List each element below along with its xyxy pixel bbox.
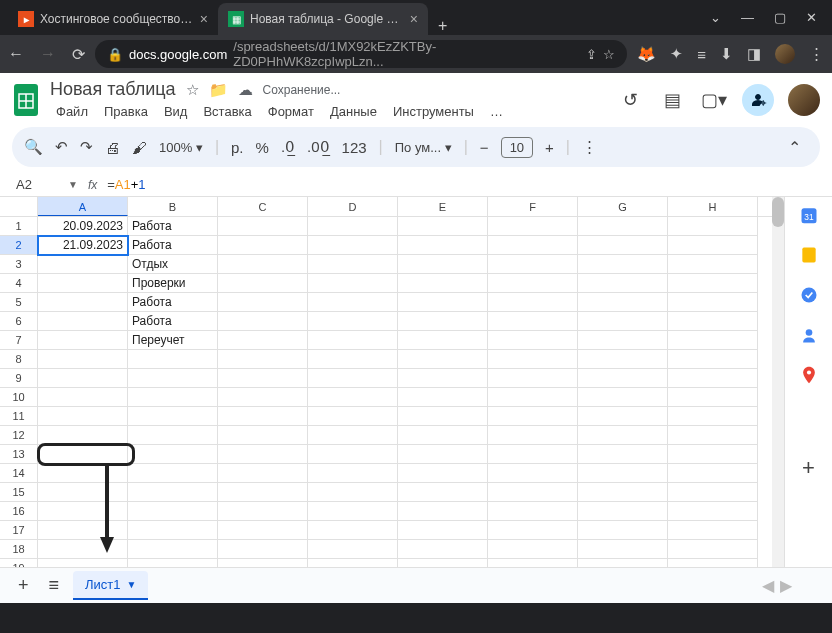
cell[interactable] (218, 502, 308, 521)
row-header[interactable]: 12 (0, 426, 38, 445)
cell[interactable] (218, 274, 308, 293)
cell[interactable] (218, 331, 308, 350)
cell[interactable] (308, 236, 398, 255)
row-header[interactable]: 17 (0, 521, 38, 540)
cell[interactable] (398, 407, 488, 426)
cell[interactable] (218, 407, 308, 426)
cell[interactable] (488, 483, 578, 502)
cell[interactable] (308, 464, 398, 483)
cell[interactable] (668, 426, 758, 445)
cell[interactable] (668, 445, 758, 464)
cell[interactable] (218, 312, 308, 331)
add-sheet-icon[interactable]: + (12, 575, 35, 596)
download-icon[interactable]: ⬇ (720, 45, 733, 63)
vertical-scrollbar[interactable] (772, 197, 784, 567)
cell[interactable] (128, 445, 218, 464)
cell[interactable] (398, 274, 488, 293)
cell[interactable] (218, 559, 308, 567)
cell[interactable] (668, 236, 758, 255)
history-icon[interactable]: ↺ (616, 86, 644, 114)
cell[interactable] (578, 255, 668, 274)
forward-icon[interactable]: → (40, 45, 56, 63)
cell[interactable] (668, 559, 758, 567)
cell[interactable] (488, 388, 578, 407)
cell[interactable] (668, 350, 758, 369)
cell[interactable] (398, 236, 488, 255)
cell[interactable] (218, 350, 308, 369)
bookmark-icon[interactable]: ☆ (603, 47, 615, 62)
cell[interactable] (578, 350, 668, 369)
add-addon-icon[interactable]: + (799, 455, 819, 475)
row-header[interactable]: 4 (0, 274, 38, 293)
cell[interactable] (578, 559, 668, 567)
cell[interactable] (398, 388, 488, 407)
cell[interactable] (128, 502, 218, 521)
cell[interactable]: 21.09.2023 (38, 236, 128, 255)
menu-view[interactable]: Вид (158, 102, 194, 121)
share-button[interactable] (742, 84, 774, 116)
scroll-tabs-right-icon[interactable]: ▶ (780, 576, 792, 595)
cell[interactable] (128, 464, 218, 483)
cell[interactable] (398, 312, 488, 331)
cell[interactable] (38, 293, 128, 312)
row-header[interactable]: 13 (0, 445, 38, 464)
move-folder-icon[interactable]: 📁 (209, 81, 228, 99)
tasks-icon[interactable] (799, 285, 819, 305)
font-dropdown[interactable]: По ум... ▾ (395, 140, 452, 155)
extensions-icon[interactable]: ✦ (670, 45, 683, 63)
cell[interactable] (218, 445, 308, 464)
row-header[interactable]: 3 (0, 255, 38, 274)
maps-icon[interactable] (799, 365, 819, 385)
cell[interactable] (38, 521, 128, 540)
playlist-icon[interactable]: ≡ (697, 46, 706, 63)
cell[interactable] (578, 483, 668, 502)
cell[interactable]: 20.09.2023 (38, 217, 128, 236)
cell[interactable] (308, 388, 398, 407)
menu-more[interactable]: … (484, 102, 509, 121)
cell[interactable]: Работа (128, 312, 218, 331)
cell[interactable] (398, 559, 488, 567)
cell[interactable] (218, 464, 308, 483)
cell[interactable] (488, 445, 578, 464)
cell[interactable]: Проверки (128, 274, 218, 293)
menu-format[interactable]: Формат (262, 102, 320, 121)
row-header[interactable]: 5 (0, 293, 38, 312)
cell[interactable] (38, 331, 128, 350)
document-title[interactable]: Новая таблица (50, 79, 176, 100)
contacts-icon[interactable] (799, 325, 819, 345)
cell[interactable] (488, 274, 578, 293)
all-sheets-icon[interactable]: ≡ (43, 575, 66, 596)
cell[interactable] (308, 369, 398, 388)
cell[interactable] (218, 255, 308, 274)
cell[interactable] (668, 502, 758, 521)
cell[interactable] (38, 559, 128, 567)
cell[interactable] (398, 217, 488, 236)
decrease-font-icon[interactable]: − (480, 139, 489, 156)
menu-file[interactable]: Файл (50, 102, 94, 121)
column-header[interactable]: C (218, 197, 308, 216)
cell[interactable]: Отдых (128, 255, 218, 274)
cell[interactable] (218, 521, 308, 540)
menu-icon[interactable]: ⋮ (809, 45, 824, 63)
cell[interactable] (218, 483, 308, 502)
cell[interactable] (398, 540, 488, 559)
column-header[interactable]: B (128, 197, 218, 216)
cell[interactable] (398, 331, 488, 350)
cell[interactable] (38, 464, 128, 483)
cell[interactable] (398, 426, 488, 445)
cell[interactable] (38, 483, 128, 502)
cell[interactable] (578, 407, 668, 426)
increase-decimal-icon[interactable]: .00̲ (307, 138, 330, 156)
close-icon[interactable]: × (200, 11, 208, 27)
cell[interactable] (668, 540, 758, 559)
cell[interactable] (308, 293, 398, 312)
cell[interactable] (578, 521, 668, 540)
print-icon[interactable]: 🖨 (105, 139, 120, 156)
cell[interactable] (128, 483, 218, 502)
row-header[interactable]: 7 (0, 331, 38, 350)
cell[interactable] (578, 274, 668, 293)
search-icon[interactable]: 🔍 (24, 138, 43, 156)
cell[interactable] (488, 293, 578, 312)
comments-icon[interactable]: ▤ (658, 86, 686, 114)
cell[interactable] (578, 426, 668, 445)
